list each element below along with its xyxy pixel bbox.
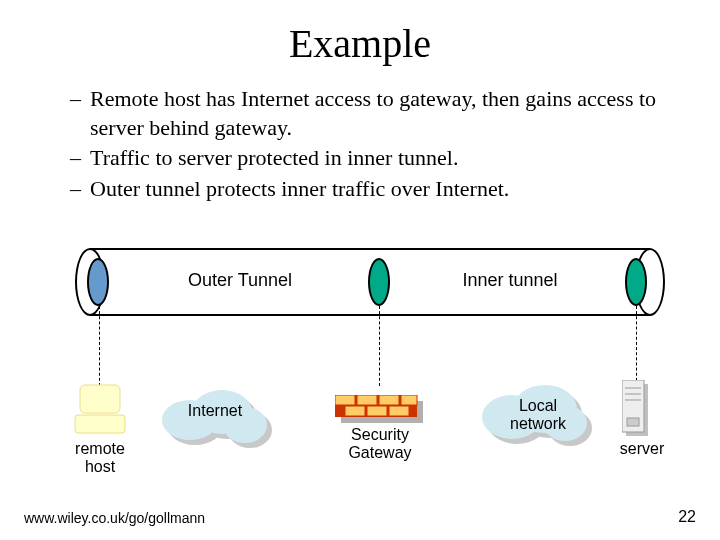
bullet-list: – Remote host has Internet access to gat… bbox=[70, 85, 670, 205]
svg-rect-0 bbox=[80, 385, 120, 413]
page-number: 22 bbox=[678, 508, 696, 526]
bullet-text: Remote host has Internet access to gatew… bbox=[90, 85, 670, 142]
dash-line-gateway bbox=[379, 306, 380, 386]
inner-tunnel-mid-green-cap bbox=[368, 258, 390, 306]
bullet-text: Outer tunnel protects inner traffic over… bbox=[90, 175, 509, 204]
local-network-label: Local network bbox=[498, 397, 578, 432]
svg-rect-10 bbox=[335, 395, 355, 405]
svg-rect-13 bbox=[401, 395, 417, 405]
svg-rect-16 bbox=[389, 406, 409, 416]
svg-rect-15 bbox=[367, 406, 387, 416]
svg-rect-28 bbox=[627, 418, 639, 426]
list-item: – Remote host has Internet access to gat… bbox=[70, 85, 670, 142]
page-title: Example bbox=[0, 20, 720, 67]
server-icon bbox=[622, 380, 652, 440]
bullet-text: Traffic to server protected in inner tun… bbox=[90, 144, 458, 173]
list-item: – Traffic to server protected in inner t… bbox=[70, 144, 670, 173]
dash-icon: – bbox=[70, 85, 90, 142]
dash-icon: – bbox=[70, 144, 90, 173]
footer-url: www.wiley.co.uk/go/gollmann bbox=[24, 510, 205, 526]
remote-host-label: remote host bbox=[60, 440, 140, 475]
svg-rect-1 bbox=[75, 415, 125, 433]
svg-rect-14 bbox=[345, 406, 365, 416]
remote-host-icon bbox=[70, 380, 130, 440]
internet-cloud-icon bbox=[155, 385, 275, 455]
inner-tunnel-left-blue-cap bbox=[87, 258, 109, 306]
list-item: – Outer tunnel protects inner traffic ov… bbox=[70, 175, 670, 204]
dash-line-server bbox=[636, 306, 637, 386]
inner-tunnel-right-green-cap bbox=[625, 258, 647, 306]
server-label: server bbox=[612, 440, 672, 458]
internet-label: Internet bbox=[175, 402, 255, 420]
svg-rect-12 bbox=[379, 395, 399, 405]
firewall-icon bbox=[335, 395, 425, 425]
security-gateway-label: Security Gateway bbox=[330, 426, 430, 461]
svg-rect-11 bbox=[357, 395, 377, 405]
dash-icon: – bbox=[70, 175, 90, 204]
outer-tunnel-label: Outer Tunnel bbox=[160, 270, 320, 291]
inner-tunnel-label: Inner tunnel bbox=[440, 270, 580, 291]
dash-line-host bbox=[99, 306, 100, 386]
